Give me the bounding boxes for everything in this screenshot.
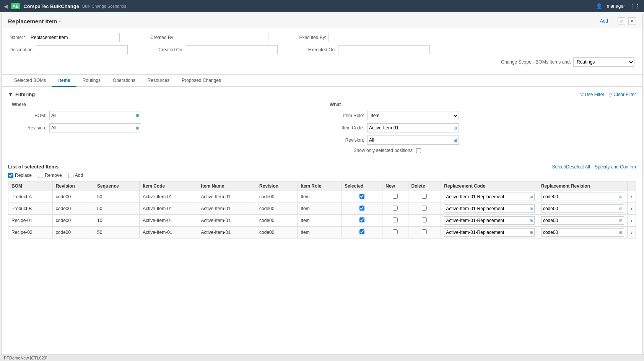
cell-bom: Recipe-02 (8, 227, 53, 238)
replacement-revision-icon[interactable]: ⊞ (619, 219, 622, 223)
new-checkbox[interactable] (393, 194, 398, 199)
item-code-input[interactable] (369, 125, 453, 131)
cell-delete (408, 191, 441, 203)
replacement-code-icon[interactable]: ⊞ (530, 230, 533, 235)
replacement-revision-input[interactable] (543, 194, 618, 199)
new-checkbox[interactable] (393, 229, 398, 234)
bom-input[interactable] (51, 113, 135, 118)
cell-delete (408, 227, 441, 238)
app-name: CompuTec BulkChange (23, 3, 79, 9)
created-on-input[interactable] (186, 45, 278, 54)
replacement-code-icon[interactable]: ⊞ (530, 219, 533, 223)
replacement-code-icon[interactable]: ⊞ (530, 207, 533, 211)
name-input[interactable] (28, 33, 120, 42)
back-button[interactable]: ◀ (4, 3, 8, 9)
table-row: Product-B code00 50 Active-Item-01 Activ… (8, 203, 636, 215)
delete-checkbox[interactable] (422, 194, 427, 199)
cell-delete (408, 203, 441, 215)
selected-checkbox[interactable] (359, 206, 364, 211)
item-code-field: Item Code: ⊞ (330, 123, 632, 132)
cell-item-role: Item (298, 215, 342, 227)
replacement-revision-icon[interactable]: ⊞ (619, 195, 622, 199)
replacement-code-icon[interactable]: ⊞ (530, 195, 533, 199)
where-title: Where (12, 102, 314, 107)
page-header-actions: Add ⤢ ✕ (600, 17, 636, 25)
add-button[interactable]: Add (600, 18, 608, 24)
use-filter-link[interactable]: ▽ Use Filter (580, 92, 604, 97)
row-arrow-icon[interactable]: › (631, 229, 633, 235)
delete-checkbox[interactable] (422, 229, 427, 234)
col-item-role: Item Role (298, 181, 342, 191)
revision-where-picker-icon[interactable]: ⊞ (136, 126, 139, 131)
app-subtitle: Bulk Change Scenarios (82, 4, 126, 8)
replacement-code-input[interactable] (446, 194, 529, 199)
top-bar-left: ◀ AE CompuTec BulkChange Bulk Change Sce… (4, 3, 126, 9)
remove-option: Remove (38, 173, 62, 178)
cell-bom: Recipe-01 (8, 215, 53, 227)
select-deselect-all-link[interactable]: Select/Deselect All (552, 164, 590, 170)
executed-by-input[interactable] (329, 33, 420, 42)
grid-icon[interactable]: ⋮⋮ (629, 3, 640, 9)
tab-proposed-changes[interactable]: Proposed Changes (176, 75, 227, 87)
selected-checkbox[interactable] (359, 217, 364, 222)
revision-where-field: Revision: ⊞ (12, 123, 314, 132)
replacement-code-input[interactable] (446, 230, 529, 235)
cell-item-code: Active-Item-01 (140, 203, 198, 215)
replacement-revision-icon[interactable]: ⊞ (619, 230, 622, 235)
replacement-revision-input[interactable] (543, 206, 618, 211)
new-checkbox[interactable] (393, 217, 398, 222)
filtering-title: ▼ Filtering (8, 91, 35, 97)
revision-where-label: Revision: (12, 125, 46, 131)
list-title: List of selected Items (8, 164, 59, 170)
selected-checkbox[interactable] (359, 229, 364, 234)
tab-selected-boms[interactable]: Selected BOMs (8, 75, 52, 87)
replacement-revision-input[interactable] (543, 230, 618, 235)
cell-row-arrow: › (628, 227, 636, 238)
row-arrow-icon[interactable]: › (631, 194, 633, 200)
item-code-input-wrap: ⊞ (367, 123, 459, 132)
new-checkbox[interactable] (393, 206, 398, 211)
tab-resources[interactable]: Resources (141, 75, 176, 87)
bom-label: BOM: (12, 113, 46, 118)
delete-checkbox[interactable] (422, 217, 427, 222)
cell-item-code: Active-Item-01 (140, 215, 198, 227)
cell-replacement-revision: ⊞ (538, 203, 627, 215)
remove-checkbox[interactable] (38, 173, 43, 178)
tab-operations[interactable]: Operations (107, 75, 141, 87)
description-input[interactable] (36, 45, 128, 54)
revision-what-picker-icon[interactable]: ⊞ (454, 138, 457, 143)
replacement-code-input[interactable] (446, 218, 529, 223)
created-by-input[interactable] (177, 33, 268, 42)
replacement-revision-input[interactable] (543, 218, 618, 223)
revision-what-input[interactable] (369, 137, 453, 143)
bom-picker-icon[interactable]: ⊞ (136, 113, 139, 118)
replacement-revision-icon[interactable]: ⊞ (619, 207, 622, 211)
show-only-field: Show only selected positions: (330, 148, 632, 153)
delete-checkbox[interactable] (422, 206, 427, 211)
list-header: List of selected Items Select/Deselect A… (8, 164, 636, 170)
replacement-code-input[interactable] (446, 206, 529, 211)
add-checkbox[interactable] (68, 173, 73, 178)
tab-routings[interactable]: Routings (76, 75, 107, 87)
filtering-chevron[interactable]: ▼ (8, 91, 13, 97)
replace-checkbox[interactable] (8, 173, 13, 178)
cell-revision: code00 (52, 203, 94, 215)
show-only-checkbox[interactable] (416, 148, 421, 153)
col-replacement-revision: Replacement Revision (538, 181, 627, 191)
specify-confirm-link[interactable]: Specify and Confirm (595, 164, 636, 170)
selected-checkbox[interactable] (359, 194, 364, 199)
tab-items[interactable]: Items (52, 75, 76, 87)
maximize-button[interactable]: ⤢ (618, 17, 625, 25)
col-replacement-code: Replacement Code (441, 181, 538, 191)
clear-filter-link[interactable]: ▽ Clear Filter (609, 92, 636, 97)
row-arrow-icon[interactable]: › (631, 206, 633, 212)
close-button[interactable]: ✕ (628, 17, 636, 25)
revision-where-input[interactable] (51, 125, 135, 131)
created-by-group: Created By: (150, 33, 268, 42)
row-arrow-icon[interactable]: › (631, 217, 633, 224)
item-code-picker-icon[interactable]: ⊞ (454, 126, 457, 131)
item-role-select[interactable]: All Item Component By-Product (368, 111, 459, 120)
cell-row-arrow: › (628, 215, 636, 227)
change-scope-select[interactable]: Routings Items Both (574, 58, 634, 66)
executed-on-input[interactable] (338, 45, 430, 54)
